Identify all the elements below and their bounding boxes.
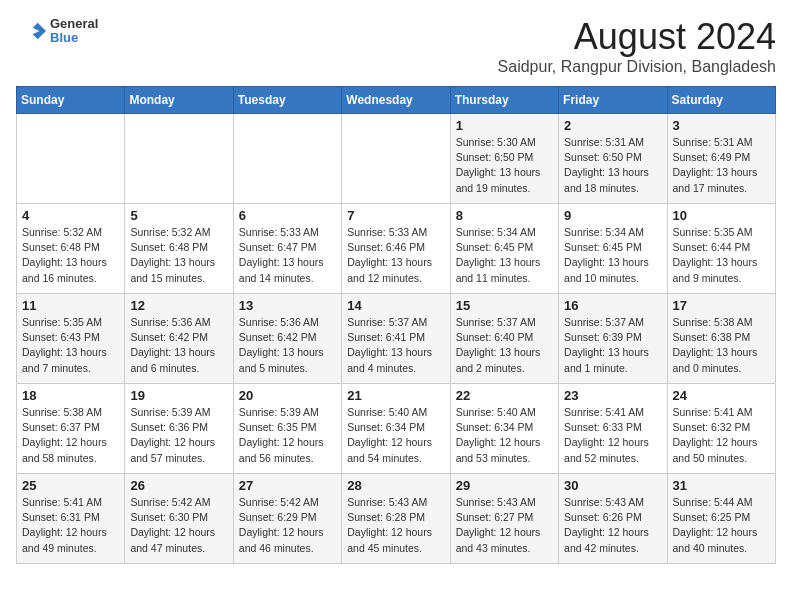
calendar-week-3: 18Sunrise: 5:38 AM Sunset: 6:37 PM Dayli… [17, 384, 776, 474]
day-number: 31 [673, 478, 770, 493]
day-detail: Sunrise: 5:34 AM Sunset: 6:45 PM Dayligh… [564, 225, 661, 286]
day-number: 7 [347, 208, 444, 223]
day-detail: Sunrise: 5:37 AM Sunset: 6:41 PM Dayligh… [347, 315, 444, 376]
calendar-cell: 1Sunrise: 5:30 AM Sunset: 6:50 PM Daylig… [450, 114, 558, 204]
calendar-cell [342, 114, 450, 204]
calendar-cell: 17Sunrise: 5:38 AM Sunset: 6:38 PM Dayli… [667, 294, 775, 384]
day-number: 10 [673, 208, 770, 223]
logo-line2: Blue [50, 31, 98, 45]
calendar-cell: 6Sunrise: 5:33 AM Sunset: 6:47 PM Daylig… [233, 204, 341, 294]
day-number: 2 [564, 118, 661, 133]
day-number: 18 [22, 388, 119, 403]
day-detail: Sunrise: 5:39 AM Sunset: 6:36 PM Dayligh… [130, 405, 227, 466]
day-number: 6 [239, 208, 336, 223]
day-detail: Sunrise: 5:33 AM Sunset: 6:47 PM Dayligh… [239, 225, 336, 286]
day-detail: Sunrise: 5:33 AM Sunset: 6:46 PM Dayligh… [347, 225, 444, 286]
calendar-cell: 25Sunrise: 5:41 AM Sunset: 6:31 PM Dayli… [17, 474, 125, 564]
day-detail: Sunrise: 5:39 AM Sunset: 6:35 PM Dayligh… [239, 405, 336, 466]
calendar-week-0: 1Sunrise: 5:30 AM Sunset: 6:50 PM Daylig… [17, 114, 776, 204]
calendar-title: August 2024 [498, 16, 776, 58]
day-detail: Sunrise: 5:35 AM Sunset: 6:43 PM Dayligh… [22, 315, 119, 376]
calendar-cell: 30Sunrise: 5:43 AM Sunset: 6:26 PM Dayli… [559, 474, 667, 564]
calendar-cell: 4Sunrise: 5:32 AM Sunset: 6:48 PM Daylig… [17, 204, 125, 294]
calendar-table: SundayMondayTuesdayWednesdayThursdayFrid… [16, 86, 776, 564]
calendar-cell: 13Sunrise: 5:36 AM Sunset: 6:42 PM Dayli… [233, 294, 341, 384]
weekday-header-saturday: Saturday [667, 87, 775, 114]
page-header: General Blue August 2024 Saidpur, Rangpu… [16, 16, 776, 76]
calendar-cell: 2Sunrise: 5:31 AM Sunset: 6:50 PM Daylig… [559, 114, 667, 204]
calendar-cell: 11Sunrise: 5:35 AM Sunset: 6:43 PM Dayli… [17, 294, 125, 384]
day-number: 15 [456, 298, 553, 313]
day-detail: Sunrise: 5:41 AM Sunset: 6:33 PM Dayligh… [564, 405, 661, 466]
day-number: 21 [347, 388, 444, 403]
calendar-week-2: 11Sunrise: 5:35 AM Sunset: 6:43 PM Dayli… [17, 294, 776, 384]
day-number: 24 [673, 388, 770, 403]
calendar-cell: 16Sunrise: 5:37 AM Sunset: 6:39 PM Dayli… [559, 294, 667, 384]
day-number: 19 [130, 388, 227, 403]
day-number: 27 [239, 478, 336, 493]
day-detail: Sunrise: 5:32 AM Sunset: 6:48 PM Dayligh… [130, 225, 227, 286]
day-detail: Sunrise: 5:36 AM Sunset: 6:42 PM Dayligh… [239, 315, 336, 376]
day-detail: Sunrise: 5:34 AM Sunset: 6:45 PM Dayligh… [456, 225, 553, 286]
day-number: 1 [456, 118, 553, 133]
calendar-cell: 18Sunrise: 5:38 AM Sunset: 6:37 PM Dayli… [17, 384, 125, 474]
logo: General Blue [16, 16, 98, 46]
calendar-cell: 23Sunrise: 5:41 AM Sunset: 6:33 PM Dayli… [559, 384, 667, 474]
day-detail: Sunrise: 5:36 AM Sunset: 6:42 PM Dayligh… [130, 315, 227, 376]
day-detail: Sunrise: 5:44 AM Sunset: 6:25 PM Dayligh… [673, 495, 770, 556]
calendar-body: 1Sunrise: 5:30 AM Sunset: 6:50 PM Daylig… [17, 114, 776, 564]
calendar-cell: 7Sunrise: 5:33 AM Sunset: 6:46 PM Daylig… [342, 204, 450, 294]
day-number: 28 [347, 478, 444, 493]
day-number: 22 [456, 388, 553, 403]
day-number: 8 [456, 208, 553, 223]
day-detail: Sunrise: 5:43 AM Sunset: 6:26 PM Dayligh… [564, 495, 661, 556]
day-number: 9 [564, 208, 661, 223]
calendar-cell: 5Sunrise: 5:32 AM Sunset: 6:48 PM Daylig… [125, 204, 233, 294]
calendar-cell: 27Sunrise: 5:42 AM Sunset: 6:29 PM Dayli… [233, 474, 341, 564]
day-detail: Sunrise: 5:38 AM Sunset: 6:37 PM Dayligh… [22, 405, 119, 466]
calendar-header: SundayMondayTuesdayWednesdayThursdayFrid… [17, 87, 776, 114]
calendar-cell [233, 114, 341, 204]
day-number: 11 [22, 298, 119, 313]
day-detail: Sunrise: 5:40 AM Sunset: 6:34 PM Dayligh… [347, 405, 444, 466]
calendar-cell: 12Sunrise: 5:36 AM Sunset: 6:42 PM Dayli… [125, 294, 233, 384]
weekday-header-friday: Friday [559, 87, 667, 114]
calendar-cell: 9Sunrise: 5:34 AM Sunset: 6:45 PM Daylig… [559, 204, 667, 294]
calendar-cell: 15Sunrise: 5:37 AM Sunset: 6:40 PM Dayli… [450, 294, 558, 384]
logo-text: General Blue [50, 17, 98, 46]
day-number: 26 [130, 478, 227, 493]
calendar-cell: 19Sunrise: 5:39 AM Sunset: 6:36 PM Dayli… [125, 384, 233, 474]
day-number: 16 [564, 298, 661, 313]
day-detail: Sunrise: 5:40 AM Sunset: 6:34 PM Dayligh… [456, 405, 553, 466]
calendar-cell: 22Sunrise: 5:40 AM Sunset: 6:34 PM Dayli… [450, 384, 558, 474]
logo-icon [16, 16, 46, 46]
day-number: 14 [347, 298, 444, 313]
weekday-header-sunday: Sunday [17, 87, 125, 114]
day-detail: Sunrise: 5:37 AM Sunset: 6:39 PM Dayligh… [564, 315, 661, 376]
day-detail: Sunrise: 5:32 AM Sunset: 6:48 PM Dayligh… [22, 225, 119, 286]
calendar-cell [17, 114, 125, 204]
day-detail: Sunrise: 5:31 AM Sunset: 6:49 PM Dayligh… [673, 135, 770, 196]
day-detail: Sunrise: 5:38 AM Sunset: 6:38 PM Dayligh… [673, 315, 770, 376]
day-number: 17 [673, 298, 770, 313]
day-detail: Sunrise: 5:30 AM Sunset: 6:50 PM Dayligh… [456, 135, 553, 196]
day-number: 3 [673, 118, 770, 133]
calendar-cell: 8Sunrise: 5:34 AM Sunset: 6:45 PM Daylig… [450, 204, 558, 294]
calendar-cell: 28Sunrise: 5:43 AM Sunset: 6:28 PM Dayli… [342, 474, 450, 564]
day-detail: Sunrise: 5:42 AM Sunset: 6:29 PM Dayligh… [239, 495, 336, 556]
calendar-cell: 21Sunrise: 5:40 AM Sunset: 6:34 PM Dayli… [342, 384, 450, 474]
weekday-header-monday: Monday [125, 87, 233, 114]
day-number: 25 [22, 478, 119, 493]
day-detail: Sunrise: 5:43 AM Sunset: 6:27 PM Dayligh… [456, 495, 553, 556]
calendar-cell: 24Sunrise: 5:41 AM Sunset: 6:32 PM Dayli… [667, 384, 775, 474]
calendar-cell [125, 114, 233, 204]
day-number: 4 [22, 208, 119, 223]
weekday-header-wednesday: Wednesday [342, 87, 450, 114]
weekday-header-tuesday: Tuesday [233, 87, 341, 114]
calendar-cell: 14Sunrise: 5:37 AM Sunset: 6:41 PM Dayli… [342, 294, 450, 384]
logo-line1: General [50, 17, 98, 31]
title-block: August 2024 Saidpur, Rangpur Division, B… [498, 16, 776, 76]
calendar-week-4: 25Sunrise: 5:41 AM Sunset: 6:31 PM Dayli… [17, 474, 776, 564]
day-detail: Sunrise: 5:42 AM Sunset: 6:30 PM Dayligh… [130, 495, 227, 556]
day-number: 23 [564, 388, 661, 403]
